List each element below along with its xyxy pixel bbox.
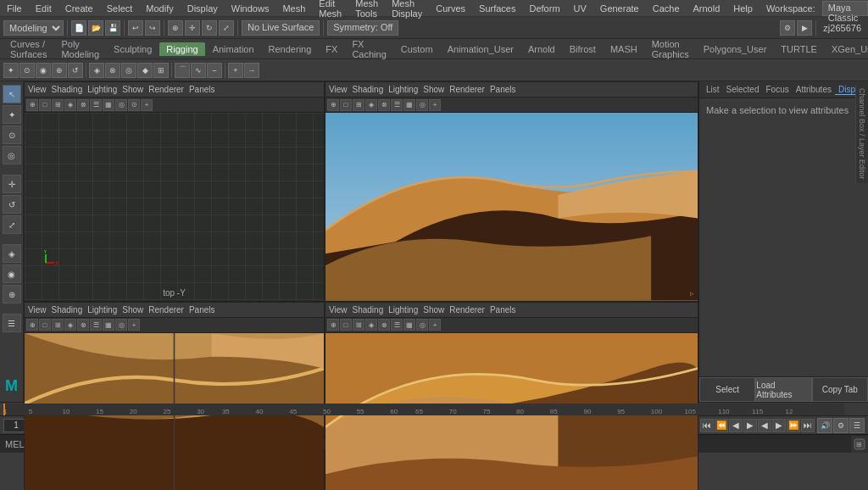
vp-tr-icon-7[interactable]: ▦ bbox=[403, 99, 415, 111]
menu-windows[interactable]: Windows bbox=[225, 2, 276, 15]
channel-box-label[interactable]: Channel Box / Layer Editor bbox=[855, 85, 868, 183]
vp-icon-7[interactable]: ▦ bbox=[103, 99, 114, 111]
left-soft-tool[interactable]: ◉ bbox=[3, 264, 21, 283]
workspace-selector[interactable]: Maya Classic bbox=[822, 1, 868, 16]
vp-tr-icon-5[interactable]: ⊗ bbox=[378, 99, 390, 111]
command-submit-icon[interactable]: ⊞ bbox=[851, 436, 868, 453]
play-btn[interactable]: ▶ bbox=[743, 419, 757, 432]
vp-icon-5[interactable]: ⊗ bbox=[77, 99, 89, 111]
vp-tl-lighting[interactable]: Lighting bbox=[87, 85, 117, 94]
rp-tab-attributes[interactable]: Attributes bbox=[793, 85, 835, 94]
tab-bifrost[interactable]: Bifrost bbox=[563, 42, 603, 56]
tab-motion-graphics[interactable]: Motion Graphics bbox=[645, 37, 696, 61]
viewport-top-right-content[interactable]: ▹ bbox=[326, 113, 698, 301]
vp-br-icon-4[interactable]: ◈ bbox=[365, 319, 377, 331]
scale-icon[interactable]: ⤢ bbox=[219, 20, 234, 36]
redo-icon[interactable]: ↪ bbox=[145, 20, 160, 36]
vp-icon-3[interactable]: ⊞ bbox=[52, 99, 64, 111]
vp-br-renderer[interactable]: Renderer bbox=[449, 305, 485, 315]
left-move-tool[interactable]: ✛ bbox=[3, 175, 21, 193]
menu-arnold[interactable]: Arnold bbox=[687, 2, 727, 15]
load-attributes-btn[interactable]: Load Attributes bbox=[755, 377, 811, 402]
menu-select[interactable]: Select bbox=[100, 2, 140, 15]
tab-rendering[interactable]: Rendering bbox=[262, 42, 319, 56]
vp-tl-renderer[interactable]: Renderer bbox=[148, 85, 184, 94]
vp-br-icon-3[interactable]: ⊞ bbox=[353, 319, 364, 331]
vp-icon-1[interactable]: ⊕ bbox=[26, 99, 38, 111]
menu-curves[interactable]: Curves bbox=[429, 2, 472, 15]
tool-constraint-icon[interactable]: ⊞ bbox=[153, 63, 169, 78]
menu-cache[interactable]: Cache bbox=[646, 2, 687, 15]
vp-tl-shading[interactable]: Shading bbox=[52, 85, 83, 94]
vp-tr-icon-1[interactable]: ⊕ bbox=[327, 99, 339, 111]
prev-key-btn[interactable]: ⏪ bbox=[715, 419, 728, 432]
tool-nurbs-icon[interactable]: ∿ bbox=[191, 63, 206, 78]
menu-deform[interactable]: Deform bbox=[522, 2, 566, 15]
save-scene-icon[interactable]: 💾 bbox=[105, 20, 120, 36]
vp-br-icon-7[interactable]: ▦ bbox=[403, 319, 415, 331]
vp-tr-icon-6[interactable]: ☰ bbox=[391, 99, 403, 111]
settings-icon[interactable]: ⚙ bbox=[833, 418, 849, 433]
next-key-btn[interactable]: ⏩ bbox=[787, 419, 800, 432]
move-icon[interactable]: ✛ bbox=[185, 20, 200, 36]
left-camera-tool[interactable]: ◎ bbox=[3, 146, 21, 164]
vp-tr-icon-2[interactable]: □ bbox=[340, 99, 352, 111]
viewport-settings-icon[interactable]: ☰ bbox=[849, 418, 865, 433]
menu-mesh[interactable]: Mesh bbox=[275, 2, 312, 15]
tab-animation[interactable]: Animation bbox=[206, 42, 261, 56]
tool-select-icon[interactable]: ✦ bbox=[3, 63, 19, 78]
vp-br-view[interactable]: View bbox=[329, 305, 348, 315]
menu-help[interactable]: Help bbox=[726, 2, 760, 15]
tool-ik-icon[interactable]: ⊗ bbox=[105, 63, 120, 78]
vp-tr-icon-9[interactable]: + bbox=[429, 99, 441, 111]
tab-polygons-user[interactable]: Polygons_User bbox=[697, 42, 774, 56]
menu-uv[interactable]: UV bbox=[567, 2, 593, 15]
vp-icon-10[interactable]: + bbox=[141, 99, 153, 111]
menu-generate[interactable]: Generate bbox=[593, 2, 646, 15]
left-lasso-tool[interactable]: ⊙ bbox=[3, 125, 21, 144]
vp-bl-icon-5[interactable]: ⊗ bbox=[77, 319, 89, 331]
undo-icon[interactable]: ↩ bbox=[128, 20, 143, 36]
tab-mash[interactable]: MASH bbox=[604, 42, 644, 56]
vp-br-lighting[interactable]: Lighting bbox=[388, 305, 418, 315]
tool-weight-icon[interactable]: ◆ bbox=[137, 63, 153, 78]
vp-br-icon-1[interactable]: ⊕ bbox=[327, 319, 339, 331]
menu-edit[interactable]: Edit bbox=[29, 2, 58, 15]
tab-turtle[interactable]: TURTLE bbox=[774, 42, 824, 56]
vp-bl-icon-2[interactable]: □ bbox=[39, 319, 51, 331]
symmetry-btn[interactable]: Symmetry: Off bbox=[327, 20, 398, 36]
current-frame-indicator[interactable] bbox=[3, 404, 5, 415]
tab-sculpting[interactable]: Sculpting bbox=[107, 42, 159, 56]
vp-br-shading[interactable]: Shading bbox=[353, 305, 384, 315]
rp-tab-focus[interactable]: Focus bbox=[762, 85, 792, 94]
prev-frame-btn[interactable]: ◀ bbox=[729, 419, 743, 432]
menu-file[interactable]: File bbox=[0, 2, 29, 15]
audio-icon[interactable]: 🔊 bbox=[817, 418, 832, 433]
tab-custom[interactable]: Custom bbox=[394, 42, 440, 56]
tool-deform-icon[interactable]: ⌣ bbox=[207, 63, 222, 78]
vp-tl-view[interactable]: View bbox=[28, 85, 47, 94]
menu-display[interactable]: Display bbox=[181, 2, 225, 15]
vp-tr-view[interactable]: View bbox=[329, 85, 348, 94]
play-back-btn[interactable]: ◀ bbox=[758, 419, 771, 432]
vp-bl-icon-1[interactable]: ⊕ bbox=[26, 319, 38, 331]
vp-br-icon-8[interactable]: ◎ bbox=[416, 319, 428, 331]
left-scale-tool[interactable]: ⤢ bbox=[3, 215, 21, 234]
vp-bl-renderer[interactable]: Renderer bbox=[148, 305, 184, 315]
vp-icon-9[interactable]: ⊙ bbox=[128, 99, 140, 111]
vp-bl-view[interactable]: View bbox=[28, 305, 47, 315]
new-scene-icon[interactable]: 📄 bbox=[71, 20, 86, 36]
left-select-tool[interactable]: ↖ bbox=[3, 85, 21, 103]
goto-end-btn[interactable]: ⏭ bbox=[801, 419, 815, 432]
vp-br-icon-5[interactable]: ⊗ bbox=[378, 319, 390, 331]
vp-br-icon-2[interactable]: □ bbox=[340, 319, 352, 331]
vp-br-show[interactable]: Show bbox=[423, 305, 444, 315]
vp-icon-4[interactable]: ◈ bbox=[64, 99, 76, 111]
tab-curves-surfaces[interactable]: Curves / Surfaces bbox=[3, 37, 53, 61]
vp-bl-icon-8[interactable]: ◎ bbox=[115, 319, 127, 331]
goto-start-btn[interactable]: ⏮ bbox=[700, 419, 714, 432]
vp-bl-shading[interactable]: Shading bbox=[52, 305, 83, 315]
tool-joint-icon[interactable]: ◈ bbox=[89, 63, 104, 78]
vp-tr-panels[interactable]: Panels bbox=[490, 85, 516, 94]
vp-bl-panels[interactable]: Panels bbox=[189, 305, 215, 315]
